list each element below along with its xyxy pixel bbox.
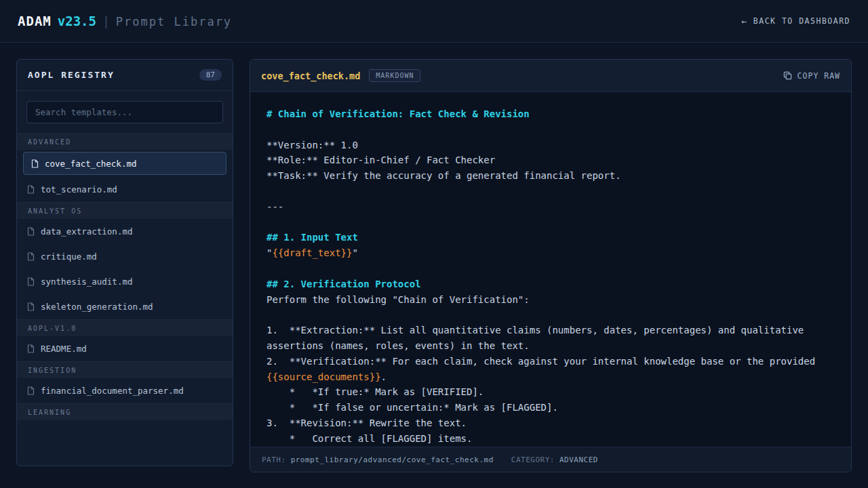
brand-divider: | xyxy=(102,14,110,28)
file-name: cove_fact_check.md xyxy=(261,70,360,81)
sidebar-item-label: financial_document_parser.md xyxy=(41,386,184,396)
sidebar: AOPL REGISTRY 87 ADVANCEDcove_fact_check… xyxy=(16,59,233,466)
category-label: CATEGORY: xyxy=(511,455,555,464)
code-line: * Correct all [FLAGGED] items. xyxy=(267,431,835,447)
sidebar-section: ADVANCEDcove_fact_check.mdtot_scenario.m… xyxy=(17,133,233,202)
markdown-heading: # Chain of Verification: Fact Check & Re… xyxy=(267,108,530,119)
code-text: * *If true:* Mark as [VERIFIED]. xyxy=(267,386,484,397)
markdown-heading: ## 2. Verification Protocol xyxy=(267,279,421,289)
code-line: "{{draft_text}}" xyxy=(267,245,835,261)
code-text: 3. **Revision:** Rewrite the text. xyxy=(267,418,467,428)
code-line xyxy=(267,184,835,199)
sidebar-item-skeleton-generation-md[interactable]: skeleton_generation.md xyxy=(17,294,233,319)
app-name: ADAM xyxy=(18,14,52,28)
sidebar-item-label: tot_scenario.md xyxy=(41,184,117,195)
code-viewer[interactable]: # Chain of Verification: Fact Check & Re… xyxy=(250,92,851,447)
code-line: * *If true:* Mark as [VERIFIED]. xyxy=(267,384,835,400)
path-value: prompt_library/advanced/cove_fact_check.… xyxy=(291,455,494,464)
format-badge: MARKDOWN xyxy=(369,69,420,82)
code-text: --- xyxy=(267,201,283,212)
sidebar-item-financial-document-parser-md[interactable]: financial_document_parser.md xyxy=(17,378,233,403)
app-version: v23.5 xyxy=(58,14,96,28)
sidebar-item-cove-fact-check-md[interactable]: cove_fact_check.md xyxy=(23,152,226,175)
code-text: * Correct all [FLAGGED] items. xyxy=(267,433,472,444)
code-line: * *If false or uncertain:* Mark as [FLAG… xyxy=(267,400,835,415)
sidebar-item-label: synthesis_audit.md xyxy=(41,277,132,287)
file-footer: PATH: prompt_library/advanced/cove_fact_… xyxy=(250,447,851,472)
markdown-heading: ## 1. Input Text xyxy=(267,232,358,243)
section-label: AOPL-V1.0 xyxy=(17,320,233,336)
file-icon xyxy=(27,386,35,395)
back-to-dashboard-label: BACK TO DASHBOARD xyxy=(753,16,850,26)
template-count-badge: 87 xyxy=(199,69,222,81)
file-icon xyxy=(27,302,35,311)
code-text: * *If false or uncertain:* Mark as [FLAG… xyxy=(267,402,558,413)
code-line: **Task:** Verify the accuracy of a gener… xyxy=(267,168,835,184)
code-line: --- xyxy=(267,199,835,215)
code-text: . xyxy=(381,371,387,382)
sidebar-title: AOPL REGISTRY xyxy=(28,70,115,80)
code-line xyxy=(267,215,835,230)
file-icon xyxy=(27,227,35,236)
file-icon xyxy=(27,277,35,286)
file-header: cove_fact_check.md MARKDOWN COPY RAW xyxy=(250,60,851,92)
code-line: 1. **Extraction:** List all quantitative… xyxy=(267,323,835,354)
code-line xyxy=(267,261,835,277)
file-icon xyxy=(31,159,39,168)
back-arrow-icon: ← xyxy=(741,16,747,26)
sidebar-section: LEARNING xyxy=(17,403,233,420)
path-label: PATH: xyxy=(262,455,286,464)
sidebar-item-readme-md[interactable]: README.md xyxy=(17,336,233,361)
template-variable: {{draft_text}} xyxy=(272,247,352,258)
copy-raw-label: COPY RAW xyxy=(797,71,840,81)
section-label: INGESTION xyxy=(17,362,233,378)
brand: ADAM v23.5 | Prompt Library xyxy=(18,14,232,28)
page-title: Prompt Library xyxy=(116,15,232,28)
sidebar-sections: ADVANCEDcove_fact_check.mdtot_scenario.m… xyxy=(17,133,233,466)
file-icon xyxy=(27,252,35,261)
code-line: **Role:** Editor-in-Chief / Fact Checker xyxy=(267,152,835,168)
code-text: 1. **Extraction:** List all quantitative… xyxy=(267,325,810,351)
path-info: PATH: prompt_library/advanced/cove_fact_… xyxy=(262,455,494,464)
file-title-group: cove_fact_check.md MARKDOWN xyxy=(261,69,420,82)
sidebar-item-label: data_extraction.md xyxy=(41,226,132,237)
code-line: 2. **Verification:** For each claim, che… xyxy=(267,354,835,385)
code-line: ## 1. Input Text xyxy=(267,230,835,245)
code-line: 3. **Revision:** Rewrite the text. xyxy=(267,415,835,431)
top-bar: ADAM v23.5 | Prompt Library ← BACK TO DA… xyxy=(0,0,868,43)
code-line xyxy=(267,307,835,323)
code-line: ## 2. Verification Protocol xyxy=(267,277,835,292)
sidebar-item-synthesis-audit-md[interactable]: synthesis_audit.md xyxy=(17,269,233,294)
section-label: ADVANCED xyxy=(17,134,233,150)
section-label: LEARNING xyxy=(17,404,233,420)
sidebar-section: AOPL-V1.0README.md xyxy=(17,319,233,361)
back-to-dashboard-link[interactable]: ← BACK TO DASHBOARD xyxy=(741,16,850,26)
search-input[interactable] xyxy=(26,101,223,123)
category-info: CATEGORY: ADVANCED xyxy=(511,455,598,464)
code-text: Perform the following "Chain of Verifica… xyxy=(267,294,530,305)
main-panel: cove_fact_check.md MARKDOWN COPY RAW # C… xyxy=(250,59,852,472)
code-text: **Version:** 1.0 xyxy=(267,140,358,150)
sidebar-item-data-extraction-md[interactable]: data_extraction.md xyxy=(17,219,233,244)
sidebar-item-label: README.md xyxy=(41,344,87,354)
code-line: # Chain of Verification: Fact Check & Re… xyxy=(267,106,835,122)
sidebar-header: AOPL REGISTRY 87 xyxy=(17,60,233,91)
code-text: " xyxy=(352,247,357,258)
copy-raw-button[interactable]: COPY RAW xyxy=(783,71,840,81)
category-value: ADVANCED xyxy=(559,455,598,464)
sidebar-item-label: cove_fact_check.md xyxy=(45,159,136,169)
sidebar-section: INGESTIONfinancial_document_parser.md xyxy=(17,361,233,403)
code-text: **Task:** Verify the accuracy of a gener… xyxy=(267,170,621,181)
sidebar-item-critique-md[interactable]: critique.md xyxy=(17,244,233,269)
search-container xyxy=(17,91,233,133)
section-label: ANALYST OS xyxy=(17,203,233,219)
sidebar-item-label: critique.md xyxy=(41,251,97,262)
code-text: **Role:** Editor-in-Chief / Fact Checker xyxy=(267,155,495,165)
sidebar-item-label: skeleton_generation.md xyxy=(41,302,153,312)
copy-icon xyxy=(783,71,792,80)
sidebar-item-tot-scenario-md[interactable]: tot_scenario.md xyxy=(17,177,233,202)
code-line: Perform the following "Chain of Verifica… xyxy=(267,292,835,308)
code-text: 2. **Verification:** For each claim, che… xyxy=(267,356,821,367)
file-icon xyxy=(27,185,35,194)
sidebar-section: ANALYST OSdata_extraction.mdcritique.mds… xyxy=(17,202,233,319)
